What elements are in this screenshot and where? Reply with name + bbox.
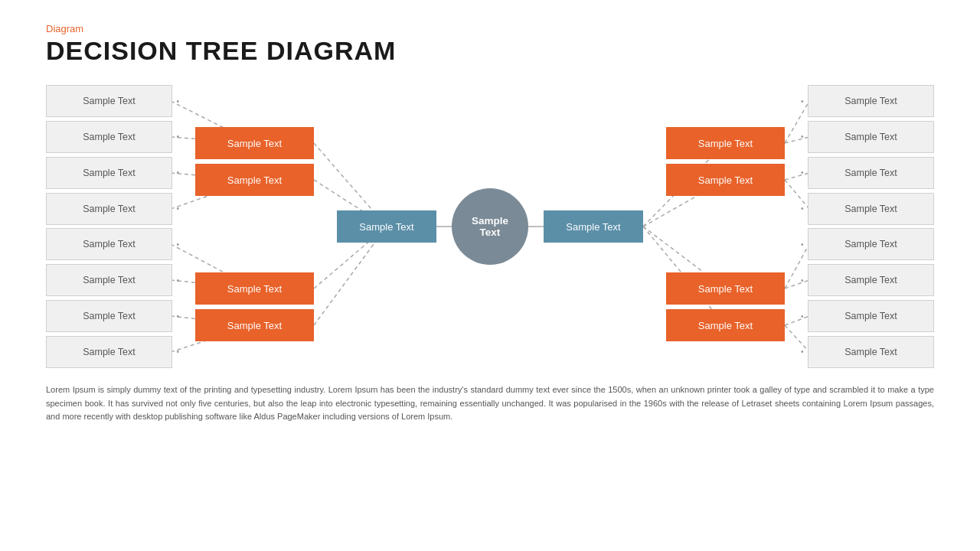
diagram-title: DECISION TREE DIAGRAM	[46, 36, 934, 66]
right-orange-box-3: Sample Text	[666, 272, 785, 305]
left-gray-box-1: Sample Text	[46, 85, 172, 117]
right-orange-top: Sample Text Sample Text	[666, 127, 785, 196]
right-gray-box-5: Sample Text	[808, 228, 934, 260]
left-gray-box-3: Sample Text	[46, 157, 172, 189]
right-gray-box-4: Sample Text	[808, 193, 934, 225]
left-connector-box: Sample Text	[337, 210, 436, 243]
diagram-label: Diagram	[46, 23, 934, 34]
right-gray-box-2: Sample Text	[808, 121, 934, 153]
svg-line-18	[785, 101, 809, 143]
svg-line-22	[785, 244, 809, 289]
right-connector-box: Sample Text	[544, 210, 643, 243]
svg-line-25	[785, 325, 809, 352]
left-orange-box-1: Sample Text	[195, 127, 314, 159]
svg-line-21	[785, 180, 809, 209]
left-orange-bottom: Sample Text Sample Text	[195, 272, 314, 341]
right-gray-box-3: Sample Text	[808, 157, 934, 189]
svg-line-23	[785, 280, 809, 289]
right-gray-box-6: Sample Text	[808, 264, 934, 296]
left-gray-box-5: Sample Text	[46, 228, 172, 260]
left-orange-box-4: Sample Text	[195, 309, 314, 341]
svg-line-20	[785, 173, 809, 180]
left-gray-box-6: Sample Text	[46, 264, 172, 296]
left-orange-box-3: Sample Text	[195, 272, 314, 305]
svg-line-19	[785, 137, 809, 143]
page: Diagram DECISION TREE DIAGRAM	[0, 0, 980, 551]
right-gray-boxes: Sample Text Sample Text Sample Text Samp…	[808, 81, 934, 372]
right-orange-box-4: Sample Text	[666, 309, 785, 341]
left-gray-box-2: Sample Text	[46, 121, 172, 153]
left-gray-box-4: Sample Text	[46, 193, 172, 225]
left-gray-boxes: Sample Text Sample Text Sample Text Samp…	[46, 81, 172, 372]
left-orange-top: Sample Text Sample Text	[195, 127, 314, 196]
right-orange-box-2: Sample Text	[666, 164, 785, 196]
diagram-area: Sample Text Sample Text Sample Text Samp…	[46, 81, 934, 372]
left-orange-box-2: Sample Text	[195, 164, 314, 196]
right-gray-box-8: Sample Text	[808, 336, 934, 368]
left-gray-box-7: Sample Text	[46, 300, 172, 332]
svg-line-24	[785, 316, 809, 325]
left-gray-box-8: Sample Text	[46, 336, 172, 368]
right-orange-bottom: Sample Text Sample Text	[666, 272, 785, 341]
center-circle: Sample Text	[452, 188, 528, 265]
right-gray-box-7: Sample Text	[808, 300, 934, 332]
right-orange-box-1: Sample Text	[666, 127, 785, 159]
right-gray-box-1: Sample Text	[808, 85, 934, 117]
footer-text: Lorem Ipsum is simply dummy text of the …	[46, 383, 934, 424]
